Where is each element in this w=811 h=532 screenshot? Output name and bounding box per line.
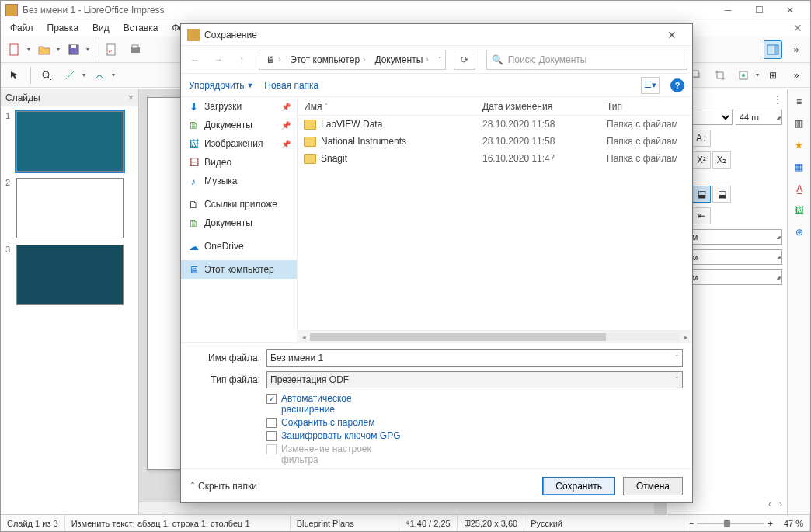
file-row[interactable]: Snagit 16.10.2020 11:47 Папка с файлам [298, 150, 692, 167]
chevron-down-icon[interactable]: ˅ [675, 376, 679, 384]
sidebar-item-music[interactable]: ♪Музыка [181, 172, 297, 190]
status-zoom[interactable]: 47 % [778, 515, 810, 531]
subscript-button[interactable]: X₂ [712, 151, 731, 169]
menu-edit[interactable]: Правка [41, 21, 85, 35]
encrypt-gpg-checkbox[interactable]: Зашифровать ключом GPG [266, 430, 406, 441]
sidebar-item-app-links[interactable]: 🗋Ссылки приложе [181, 195, 297, 214]
slide-thumb-3[interactable]: 3 [5, 245, 134, 305]
dialog-close-button[interactable]: ✕ [658, 25, 686, 45]
caret-icon[interactable]: ▾ [27, 46, 30, 53]
dialog-help-button[interactable]: ? [670, 78, 684, 92]
animation-tab[interactable]: ★ [790, 136, 809, 155]
slide-transition-tab[interactable]: ▥ [790, 114, 809, 133]
filename-input[interactable]: Без имени 1˅ [266, 349, 683, 367]
nav-up-button[interactable]: ↑ [232, 50, 251, 69]
breadcrumb-seg-1[interactable]: Документы› [371, 54, 431, 65]
curve-tool-button[interactable] [90, 66, 109, 85]
hide-folders-toggle[interactable]: ˄ Скрыть папки [190, 481, 257, 492]
decrease-font-button[interactable]: A↓ [692, 130, 711, 147]
caret-icon[interactable]: ▾ [756, 71, 759, 78]
close-document-button[interactable]: ✕ [793, 22, 802, 34]
file-list-scrollbar[interactable]: ◂▸ [298, 330, 692, 342]
save-button[interactable] [64, 40, 83, 59]
organize-button[interactable]: Упорядочить ▼ [189, 80, 253, 91]
nav-forward-button[interactable]: → [209, 50, 228, 69]
auto-extension-checkbox[interactable]: ✓Автоматическое расширение [266, 393, 406, 415]
chevron-down-icon[interactable]: ˅ [675, 354, 679, 362]
window-maximize-button[interactable]: ☐ [743, 2, 774, 19]
open-button[interactable] [35, 40, 54, 59]
toolbar-overflow-button[interactable]: » [787, 40, 806, 59]
app-title: Без имени 1 - LibreOffice Impress [23, 5, 712, 16]
sidebar-item-video[interactable]: 🎞Видео [181, 153, 297, 172]
gallery-tab[interactable]: 🖼 [790, 201, 809, 220]
dialog-titlebar: Сохранение ✕ [181, 24, 692, 46]
sidebar-item-this-pc[interactable]: 🖥Этот компьютер [181, 260, 297, 279]
new-doc-button[interactable] [5, 40, 24, 59]
save-with-password-checkbox[interactable]: Сохранить с паролем [266, 417, 406, 428]
breadcrumb-root-icon[interactable]: 🖥› [263, 54, 284, 65]
sidebar-item-documents-2[interactable]: 🗎Документы [181, 214, 297, 232]
file-list[interactable]: LabVIEW Data 28.10.2020 11:58 Папка с фа… [298, 116, 692, 330]
slides-list[interactable]: 1 2 3 [1, 106, 138, 514]
sidebar-item-documents[interactable]: 🗎Документы📌 [181, 116, 297, 134]
window-minimize-button[interactable]: ─ [712, 2, 743, 19]
font-size-spin[interactable]: 44 пт [736, 110, 782, 125]
column-date[interactable]: Дата изменения [476, 101, 600, 112]
crop-button[interactable] [711, 66, 729, 85]
line-tool-button[interactable] [61, 66, 79, 85]
superscript-button[interactable]: X² [692, 151, 711, 169]
breadcrumb-seg-0[interactable]: Этот компьютер› [287, 54, 368, 65]
filetype-select[interactable]: Презентация ODF˅ [266, 371, 683, 388]
breadcrumb[interactable]: 🖥› Этот компьютер› Документы› ˅ [259, 50, 446, 70]
svg-line-11 [66, 71, 74, 79]
nav-back-button[interactable]: ← [186, 50, 204, 69]
caret-icon[interactable]: ▾ [86, 46, 89, 53]
caret-icon[interactable]: ▾ [57, 46, 60, 53]
sidebar-toggle-button[interactable] [764, 40, 782, 59]
file-row[interactable]: LabVIEW Data 28.10.2020 11:58 Папка с фа… [298, 116, 692, 133]
file-row[interactable]: National Instruments 28.10.2020 11:58 Па… [298, 133, 692, 150]
column-type[interactable]: Тип [600, 101, 692, 112]
decrease-indent-button[interactable]: ⇤ [692, 207, 711, 224]
dialog-footer: ˄ Скрыть папки Сохранить Отмена [181, 468, 692, 502]
caret-icon[interactable]: ▾ [82, 71, 85, 78]
file-list-header[interactable]: Имя ˄ Дата изменения Тип [298, 97, 692, 116]
export-pdf-button[interactable]: P [103, 40, 121, 59]
select-tool-button[interactable] [5, 66, 24, 85]
window-close-button[interactable]: ✕ [774, 2, 806, 19]
align-middle-button[interactable]: ⬓ [692, 186, 711, 203]
caret-icon[interactable]: ▾ [112, 71, 115, 78]
slides-panel-close-button[interactable]: × [128, 92, 134, 103]
menu-view[interactable]: Вид [86, 21, 116, 35]
column-name[interactable]: Имя ˄ [298, 101, 476, 112]
zoom-slider[interactable]: −+ [684, 519, 778, 528]
sidebar-item-downloads[interactable]: ⬇Загрузки📌 [181, 97, 297, 116]
master-slides-tab[interactable]: ▦ [790, 158, 809, 176]
zoom-tool-button[interactable] [37, 66, 56, 85]
view-mode-button[interactable]: ☰▾ [641, 77, 660, 94]
slide-thumb-2[interactable]: 2 [5, 178, 134, 238]
toolbar2-overflow-button[interactable]: » [787, 66, 806, 85]
save-button[interactable]: Сохранить [542, 477, 615, 495]
arrange-button[interactable]: ⊞ [764, 66, 782, 85]
print-button[interactable] [126, 40, 144, 59]
search-input[interactable]: 🔍 Поиск: Документы [486, 50, 687, 70]
navigator-tab[interactable]: ⊕ [790, 223, 809, 242]
properties-tab[interactable]: ≡ [790, 92, 809, 111]
breadcrumb-dropdown-icon[interactable]: ˅ [438, 56, 442, 64]
refresh-button[interactable]: ⟳ [454, 50, 475, 70]
align-bottom-button[interactable]: ⬓ [712, 186, 731, 203]
cancel-button[interactable]: Отмена [623, 477, 683, 495]
filter-button[interactable] [734, 66, 753, 85]
menu-file[interactable]: Файл [4, 21, 40, 35]
menu-insert[interactable]: Вставка [117, 21, 165, 35]
app-titlebar: Без имени 1 - LibreOffice Impress ─ ☐ ✕ [1, 1, 810, 19]
sidebar-item-onedrive[interactable]: ☁OneDrive [181, 237, 297, 256]
new-folder-button[interactable]: Новая папка [264, 80, 318, 91]
dialog-form: Имя файла: Без имени 1˅ Тип файла: Презе… [181, 342, 692, 468]
editor-scrollbar-horizontal[interactable] [139, 502, 654, 514]
styles-tab[interactable]: A̲ [790, 179, 809, 198]
sidebar-item-images[interactable]: 🖼Изображения📌 [181, 134, 297, 153]
slide-thumb-1[interactable]: 1 [5, 111, 134, 172]
